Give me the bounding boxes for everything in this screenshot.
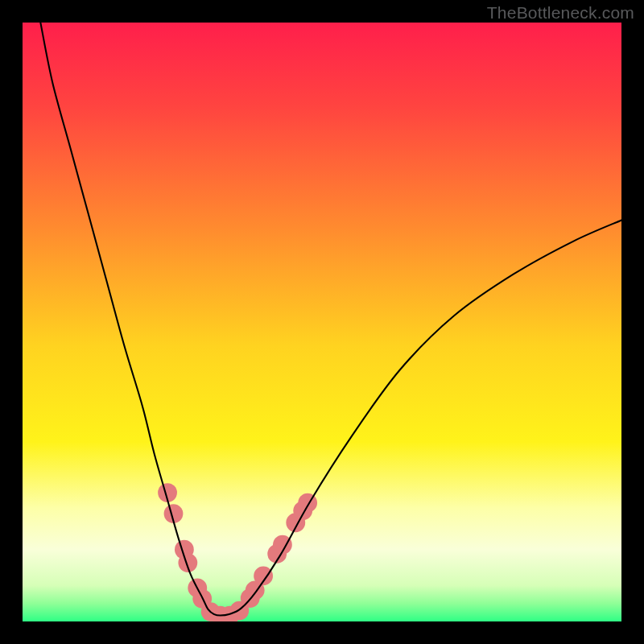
chart-frame: TheBottleneck.com: [0, 0, 644, 644]
plot-area: [23, 23, 621, 621]
curve-layer: [23, 23, 621, 621]
curve-markers: [158, 483, 317, 621]
watermark-text: TheBottleneck.com: [487, 3, 634, 23]
curve-marker: [298, 493, 317, 513]
bottleneck-curve: [40, 23, 621, 616]
